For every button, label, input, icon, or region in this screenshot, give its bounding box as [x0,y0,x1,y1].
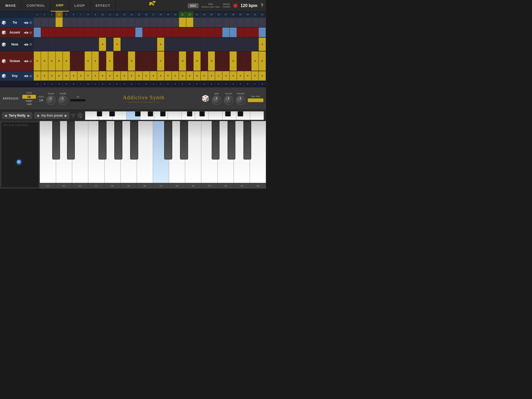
key-s30[interactable]: 0 [244,71,251,81]
note-s20[interactable] [172,38,179,51]
oct-s9[interactable]: 0 [92,51,99,71]
acc-s20[interactable] [172,28,179,37]
oct-s10[interactable] [99,51,106,71]
oct-s16[interactable] [143,51,150,71]
velocity-knob[interactable] [236,96,245,105]
mini-keyboard[interactable] [85,111,264,120]
gate-knob[interactable] [212,96,221,105]
acc-s15[interactable] [135,28,143,37]
tie-s25[interactable] [208,18,215,27]
note-s16[interactable] [143,38,150,51]
mini-bkey-7[interactable] [200,111,205,116]
piano-bkey-as3[interactable] [243,121,251,159]
acc-s19[interactable] [164,28,172,37]
oct-s11[interactable]: 0 [106,51,114,71]
note-prev[interactable]: ◀ [24,43,26,46]
piano-bkey-fs3[interactable] [212,121,220,159]
acc-s5[interactable] [63,28,70,37]
preset-prev-button[interactable]: ◀ [4,114,7,117]
acc-s12[interactable] [114,28,121,37]
record-button[interactable] [233,4,237,8]
octave-next[interactable]: ▶ [26,59,29,63]
acc-s27[interactable] [222,28,230,37]
note-s32[interactable]: 3 [259,38,266,51]
mini-wkey-3[interactable] [113,111,127,120]
tie-s30[interactable] [244,18,251,27]
oct-s14[interactable]: 0 [128,51,135,71]
key-s13[interactable]: 0 [121,71,128,81]
note-s8[interactable] [85,38,92,51]
tie-s8[interactable] [85,18,92,27]
oct-s26[interactable] [215,51,222,71]
tie-row[interactable] [34,18,266,28]
note-s22[interactable] [186,38,194,51]
oct-s30[interactable] [244,51,251,71]
note-s11[interactable] [106,38,114,51]
acc-s1[interactable] [34,28,41,37]
accent-prev[interactable]: ◀ [24,31,26,34]
oct-s21[interactable]: -2 [179,51,186,71]
note-s13[interactable] [121,38,128,51]
note-s12[interactable]: 3 [114,38,121,51]
note-s7[interactable] [77,38,85,51]
key-s26[interactable]: 1 [215,71,222,81]
acc-s26[interactable] [215,28,222,37]
acc-s7[interactable] [77,28,85,37]
note-s30[interactable] [244,38,251,51]
q-icon[interactable]: Q [77,113,83,118]
mini-bkey-3[interactable] [135,111,141,116]
piano-bkey-cs3[interactable] [164,121,172,159]
acc-s21[interactable] [179,28,186,37]
mini-bkey-8[interactable] [225,111,231,116]
help-button[interactable]: ? [261,3,263,8]
acc-s4[interactable] [56,28,63,37]
key-s3[interactable]: 0 [48,71,56,81]
mini-bkey-9[interactable] [238,111,243,116]
oct-s7[interactable] [77,51,85,71]
key-dice[interactable]: 🎲 [2,74,6,78]
note-s5[interactable] [63,38,70,51]
acc-s13[interactable] [121,28,128,37]
key-s29[interactable]: 0 [237,71,244,81]
acc-s17[interactable] [150,28,157,37]
tie-s2[interactable] [41,18,48,27]
note-s21[interactable] [179,38,186,51]
mini-bkey-4[interactable] [148,111,153,116]
tie-next[interactable]: ▶ [26,21,29,24]
key-s25[interactable]: 0 [208,71,215,81]
key-s2[interactable]: 0 [41,71,48,81]
piano-bkey-cs2[interactable] [52,121,60,159]
mini-bkey-6[interactable] [187,111,192,116]
arp-preset-prev-button[interactable]: ◀ [37,114,39,117]
acc-s11[interactable] [106,28,114,37]
tie-s14[interactable] [128,18,135,27]
acc-s3[interactable] [48,28,56,37]
key-s4[interactable]: 0 [56,71,63,81]
preset-next-button[interactable]: ▶ [28,114,30,117]
key-s20[interactable]: 0 [172,71,179,81]
octave-prev[interactable]: ◀ [24,59,26,63]
acc-s22[interactable] [186,28,194,37]
note-s23[interactable] [194,38,201,51]
piano-wkey-b3[interactable] [250,121,266,183]
note-s27[interactable] [222,38,230,51]
oct-s24[interactable] [201,51,208,71]
acc-s31[interactable] [251,28,259,37]
piano-wkey-b2[interactable] [137,121,153,183]
key-s15[interactable]: 0 [135,71,143,81]
acc-s30[interactable] [244,28,251,37]
key-next[interactable]: ▶ [26,74,29,78]
oct-s12[interactable] [114,51,121,71]
tab-arp[interactable]: ARP [51,0,69,11]
oct-s27[interactable] [222,51,230,71]
key-s1[interactable]: -1 [34,71,41,81]
note-s9[interactable] [92,38,99,51]
oct-s8[interactable]: 0 [85,51,92,71]
tie-dice[interactable]: 🎲 [2,21,6,25]
key-s27[interactable]: 0 [222,71,230,81]
tie-prev[interactable]: ◀ [24,21,26,24]
oct-s15[interactable] [135,51,143,71]
note-s19[interactable] [164,38,172,51]
tie-s4[interactable] [56,18,63,27]
accent-dice[interactable]: 🎲 [2,30,6,35]
